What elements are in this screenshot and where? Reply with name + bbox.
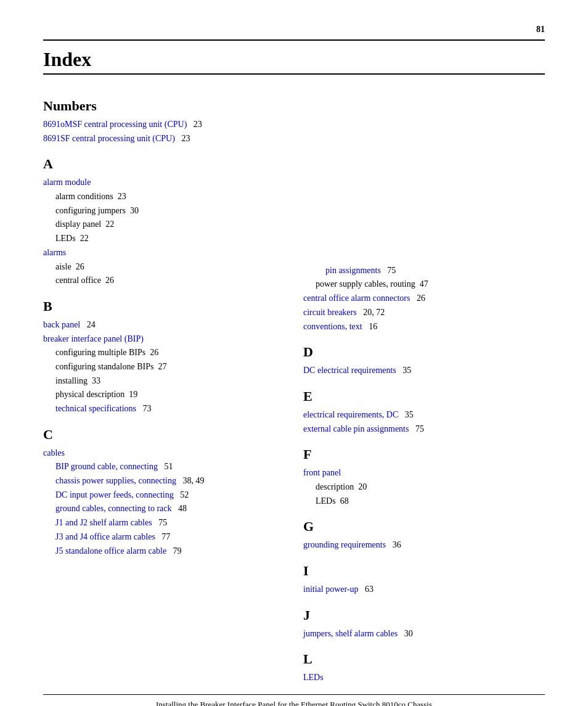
list-item: J5 standalone office alarm cable 79 — [43, 544, 285, 558]
entry-cables[interactable]: cables — [43, 448, 65, 458]
entry-chassis-power[interactable]: chassis power supplies, connecting — [55, 476, 176, 485]
section-J: J — [303, 607, 545, 623]
list-item: initial power-up 63 — [303, 583, 545, 596]
list-item: power supply cables, routing 47 — [303, 277, 545, 291]
list-item: front panel — [303, 466, 545, 480]
page: 81 Index Numbers 8691oMSF central proces… — [0, 0, 588, 706]
section-E: E — [303, 388, 545, 404]
list-item: external cable pin assignments 75 — [303, 422, 545, 436]
top-spacer — [303, 143, 545, 264]
list-item: cables — [43, 446, 285, 460]
list-item: ground cables, connecting to rack 48 — [43, 502, 285, 515]
entry-conventions-text[interactable]: conventions, text — [303, 322, 362, 331]
section-numbers-spacer4 — [303, 129, 545, 142]
list-item: chassis power supplies, connecting 38, 4… — [43, 474, 285, 488]
entry-grounding[interactable]: grounding requirements — [303, 540, 386, 549]
section-numbers-spacer — [303, 87, 545, 101]
section-I: I — [303, 563, 545, 579]
index-title: Index — [43, 48, 545, 71]
entry-initial-powerup[interactable]: initial power-up — [303, 585, 359, 594]
list-item: J3 and J4 office alarm cables 77 — [43, 530, 285, 544]
entry-central-office-alarm[interactable]: central office alarm connectors — [303, 293, 410, 303]
list-item: configuring multiple BIPs 26 — [43, 346, 285, 359]
list-item: DC electrical requirements 35 — [303, 364, 545, 377]
list-item: description 20 — [303, 480, 545, 494]
entry-bip[interactable]: breaker interface panel (BIP) — [43, 334, 144, 343]
title-divider — [43, 73, 545, 75]
entry-j1j2[interactable]: J1 and J2 shelf alarm cables — [55, 518, 152, 527]
list-item: breaker interface panel (BIP) — [43, 332, 285, 346]
entry-electrical-req[interactable]: electrical requirements, DC — [303, 410, 398, 419]
list-item: technical specifications 73 — [43, 402, 285, 416]
footer: Installing the Breaker Interface Panel f… — [43, 694, 545, 706]
list-item: 8691oMSF central processing unit (CPU) 2… — [43, 118, 285, 131]
section-numbers-spacer3 — [303, 115, 545, 128]
list-item: alarm module — [43, 176, 285, 189]
list-item: 8691SF central processing unit (CPU) 23 — [43, 132, 285, 146]
list-item: jumpers, shelf alarm cables 30 — [303, 627, 545, 641]
list-item: central office alarm connectors 26 — [303, 292, 545, 305]
list-item: display panel 22 — [43, 218, 285, 231]
section-G: G — [303, 519, 545, 535]
list-item: pin assignments 75 — [303, 264, 545, 277]
left-column: Numbers 8691oMSF central processing unit… — [43, 87, 285, 685]
entry-ground-cables[interactable]: ground cables, connecting to rack — [55, 504, 172, 513]
list-item: J1 and J2 shelf alarm cables 75 — [43, 516, 285, 530]
entry-circuit-breakers[interactable]: circuit breakers — [303, 308, 357, 317]
list-item: circuit breakers 20, 72 — [303, 306, 545, 319]
list-item: physical description 19 — [43, 388, 285, 401]
entry-8691omsf[interactable]: 8691oMSF central processing unit (CPU) — [43, 120, 187, 129]
index-columns: Numbers 8691oMSF central processing unit… — [43, 87, 545, 685]
list-item: alarms — [43, 246, 285, 260]
right-column: pin assignments 75 power supply cables, … — [303, 87, 545, 685]
section-C: C — [43, 427, 285, 443]
list-item: back panel 24 — [43, 318, 285, 332]
list-item: LEDs 22 — [43, 232, 285, 245]
section-numbers: Numbers — [43, 98, 285, 114]
section-A: A — [43, 156, 285, 172]
list-item: BIP ground cable, connecting 51 — [43, 460, 285, 474]
entry-j5[interactable]: J5 standalone office alarm cable — [55, 546, 166, 556]
entry-jumpers-shelf[interactable]: jumpers, shelf alarm cables — [303, 629, 398, 638]
list-item: configuring standalone BIPs 27 — [43, 360, 285, 374]
entry-j3j4[interactable]: J3 and J4 office alarm cables — [55, 532, 155, 541]
entry-back-panel[interactable]: back panel — [43, 320, 80, 329]
list-item: DC input power feeds, connecting 52 — [43, 488, 285, 502]
list-item: alarm conditions 23 — [43, 190, 285, 203]
list-item: LEDs 68 — [303, 495, 545, 508]
entry-dc-electrical[interactable]: DC electrical requirements — [303, 366, 396, 375]
section-B: B — [43, 298, 285, 314]
list-item: aisle 26 — [43, 260, 285, 274]
section-L: L — [303, 651, 545, 667]
entry-technical-specs[interactable]: technical specifications — [55, 404, 136, 413]
section-F: F — [303, 446, 545, 462]
page-number-text: 81 — [536, 25, 545, 34]
list-item: conventions, text 16 — [303, 320, 545, 334]
list-item: electrical requirements, DC 35 — [303, 408, 545, 422]
entry-pin-assignments[interactable]: pin assignments — [325, 266, 381, 275]
list-item: grounding requirements 36 — [303, 538, 545, 552]
page-number: 81 — [43, 25, 545, 41]
list-item: configuring jumpers 30 — [43, 204, 285, 218]
entry-front-panel[interactable]: front panel — [303, 468, 341, 477]
entry-8691sf[interactable]: 8691SF central processing unit (CPU) — [43, 134, 175, 143]
list-item: central office 26 — [43, 274, 285, 287]
footer-text: Installing the Breaker Interface Panel f… — [156, 700, 432, 706]
entry-alarms[interactable]: alarms — [43, 248, 66, 257]
entry-alarm-module[interactable]: alarm module — [43, 178, 91, 187]
section-D: D — [303, 344, 545, 360]
entry-dc-input[interactable]: DC input power feeds, connecting — [55, 490, 174, 499]
list-item: LEDs — [303, 671, 545, 684]
list-item: installing 33 — [43, 374, 285, 388]
section-numbers-spacer2 — [303, 101, 545, 115]
entry-bip-ground[interactable]: BIP ground cable, connecting — [55, 462, 158, 471]
entry-external-cable[interactable]: external cable pin assignments — [303, 424, 409, 433]
entry-leds[interactable]: LEDs — [303, 673, 324, 682]
